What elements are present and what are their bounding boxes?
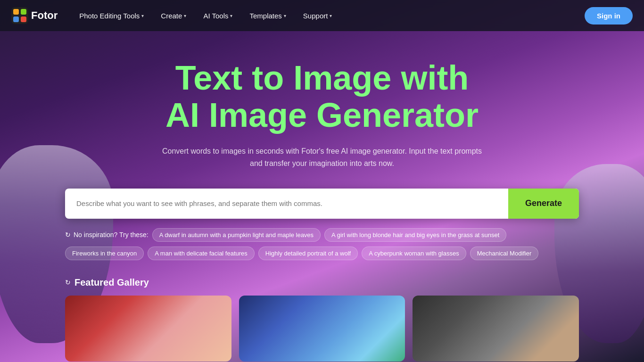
chevron-down-icon: ▾ — [141, 13, 144, 18]
nav-items: Photo Editing Tools ▾ Create ▾ AI Tools … — [73, 8, 585, 24]
chevron-down-icon: ▾ — [284, 13, 286, 18]
logo[interactable]: Fotor — [11, 7, 58, 24]
hero-section: Text to Image with AI Image Generator Co… — [0, 0, 644, 362]
logo-text: Fotor — [31, 9, 58, 22]
gallery-title: Featured Gallery — [74, 277, 149, 288]
sign-in-button[interactable]: Sign in — [585, 7, 633, 25]
chevron-down-icon: ▾ — [230, 13, 232, 18]
tag-wolf-portrait[interactable]: Highly detailed portrait of a wolf — [258, 247, 358, 260]
tag-cyberpunk-woman[interactable]: A cyberpunk woman with glasses — [362, 247, 466, 260]
svg-rect-1 — [13, 9, 19, 15]
fotor-logo-icon — [11, 7, 28, 24]
nav-item-ai-tools[interactable]: AI Tools ▾ — [197, 8, 239, 24]
hero-title-line1: Text to Image with — [162, 59, 482, 97]
tag-man-delicate[interactable]: A man with delicate facial features — [148, 247, 255, 260]
tag-dwarf[interactable]: A dwarf in autumn with a pumpkin light a… — [152, 228, 321, 242]
gallery-card-1[interactable] — [65, 296, 231, 362]
inspiration-row2: Fireworks in the canyon A man with delic… — [65, 247, 579, 260]
hero-content: Text to Image with AI Image Generator Co… — [152, 31, 492, 170]
nav-item-templates[interactable]: Templates ▾ — [243, 8, 292, 24]
gallery-refresh-icon: ↻ — [65, 279, 71, 286]
nav-item-photo-editing-tools[interactable]: Photo Editing Tools ▾ — [73, 8, 150, 24]
chevron-down-icon: ▾ — [330, 13, 332, 18]
navbar: Fotor Photo Editing Tools ▾ Create ▾ AI … — [0, 0, 644, 31]
chevron-down-icon: ▾ — [184, 13, 186, 18]
inspiration-row1: ↻ No inspiration? Try these: A dwarf in … — [65, 228, 579, 242]
gallery-card-3[interactable] — [413, 296, 579, 362]
tag-fireworks[interactable]: Fireworks in the canyon — [65, 247, 144, 260]
search-section: Generate — [56, 189, 588, 219]
inspiration-label: ↻ No inspiration? Try these: — [65, 231, 149, 239]
prompt-input[interactable] — [65, 189, 508, 219]
gallery-header: ↻ Featured Gallery — [65, 277, 579, 288]
nav-item-create[interactable]: Create ▾ — [154, 8, 193, 24]
refresh-icon[interactable]: ↻ — [65, 231, 71, 239]
gallery-card-2[interactable] — [239, 296, 405, 362]
generate-button[interactable]: Generate — [508, 189, 579, 219]
svg-rect-3 — [13, 16, 19, 22]
tag-mechanical-modifier[interactable]: Mechanical Modifier — [470, 247, 539, 260]
svg-rect-4 — [21, 16, 26, 22]
tag-girl-blonde[interactable]: A girl with long blonde hair and big eye… — [324, 228, 506, 242]
hero-title-line2: AI Image Generator — [162, 97, 482, 134]
nav-right: Sign in — [585, 7, 633, 25]
svg-rect-2 — [21, 9, 26, 15]
nav-item-support[interactable]: Support ▾ — [297, 8, 339, 24]
hero-subtitle: Convert words to images in seconds with … — [162, 145, 482, 169]
gallery-section: ↻ Featured Gallery — [56, 277, 588, 362]
gallery-grid — [65, 296, 579, 362]
inspiration-section: ↻ No inspiration? Try these: A dwarf in … — [56, 228, 588, 260]
search-container: Generate — [65, 189, 579, 219]
